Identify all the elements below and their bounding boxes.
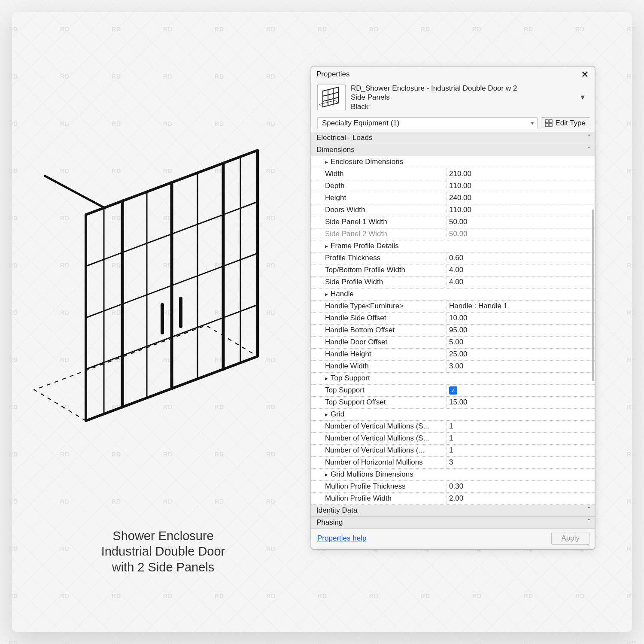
param-label: Handle Height	[311, 349, 447, 360]
svg-rect-19	[545, 124, 548, 127]
chevron-down-icon[interactable]: ▼	[577, 94, 589, 101]
section-header[interactable]: Dimensions ˆ	[311, 144, 595, 156]
param-value[interactable]: 0.60	[447, 252, 595, 264]
group-label: Grid Mullions Dimensions	[311, 469, 595, 480]
param-label: Width	[311, 168, 447, 180]
param-label: Number of Vertical Mullions (S...	[311, 421, 447, 432]
edit-type-button[interactable]: Edit Type	[541, 117, 590, 129]
param-value[interactable]: 110.00	[447, 180, 595, 192]
param-label: Number of Vertical Mullions (S...	[311, 433, 447, 444]
param-label: Handle Side Offset	[311, 313, 447, 324]
svg-line-13	[323, 92, 338, 96]
section-label: Dimensions	[311, 144, 582, 156]
param-row: Width210.00	[311, 168, 595, 180]
param-value[interactable]: 210.00	[447, 168, 595, 180]
param-label: Handle Bottom Offset	[311, 325, 447, 336]
param-value[interactable]: 15.00	[447, 397, 595, 408]
param-value[interactable]: 95.00	[447, 325, 595, 336]
param-value[interactable]: 1	[447, 445, 595, 456]
param-value[interactable]: Handle : Handle 1	[447, 301, 595, 312]
type-thumbnail	[317, 85, 346, 110]
type-selector[interactable]: RD_Shower Enclosure - Industrial Double …	[311, 81, 595, 115]
param-row: Handle Side Offset10.00	[311, 313, 595, 325]
param-row: Handle Type<Furniture>Handle : Handle 1	[311, 301, 595, 313]
param-row: Side Panel 1 Width50.00	[311, 216, 595, 228]
section-label: Electrical - Loads	[311, 132, 582, 144]
type-variant: Black	[351, 102, 571, 111]
param-value[interactable]: 110.00	[447, 204, 595, 216]
param-label: Top Support Offset	[311, 397, 447, 408]
filter-value: Specialty Equipment (1)	[322, 119, 399, 128]
param-value[interactable]: 240.00	[447, 192, 595, 204]
properties-help-link[interactable]: Properties help	[317, 534, 366, 543]
svg-rect-18	[549, 120, 552, 123]
close-icon[interactable]: ✕	[580, 69, 590, 79]
section-label: Phasing	[311, 517, 582, 529]
param-label: Handle Width	[311, 361, 447, 372]
param-label: Doors Width	[311, 204, 447, 216]
svg-line-12	[45, 176, 105, 208]
svg-line-14	[323, 97, 338, 101]
param-value[interactable]: 25.00	[447, 349, 595, 360]
group-label: Grid	[311, 409, 595, 420]
group-row[interactable]: Handle	[311, 289, 595, 301]
param-label: Top/Bottom Profile Width	[311, 264, 447, 276]
section-header[interactable]: Electrical - Loads ˇ	[311, 132, 595, 144]
group-row[interactable]: Top Support	[311, 373, 595, 385]
type-name: RD_Shower Enclosure - Industrial Double …	[351, 84, 571, 93]
param-value[interactable]: 3	[447, 457, 595, 468]
param-label: Mullion Profile Thickness	[311, 481, 447, 492]
group-label: Handle	[311, 289, 595, 300]
param-label: Side Panel 1 Width	[311, 216, 447, 228]
chevron-down-icon: ▾	[531, 120, 534, 126]
param-value[interactable]: 50.00	[447, 228, 595, 240]
group-row[interactable]: Enclosure Dimensions	[311, 156, 595, 168]
param-value[interactable]: 2.00	[447, 493, 595, 504]
group-label: Frame Profile Details	[311, 240, 595, 252]
param-value[interactable]: ✓	[447, 385, 595, 396]
group-label: Top Support	[311, 373, 595, 384]
param-label: Number of Vertical Mullions (...	[311, 445, 447, 456]
param-row: Number of Vertical Mullions (S...1	[311, 433, 595, 445]
param-value[interactable]: 0.30	[447, 481, 595, 492]
param-row: Number of Horizontal Mullions3	[311, 457, 595, 469]
param-label: Handle Type<Furniture>	[311, 301, 447, 312]
edit-type-icon	[545, 119, 553, 127]
param-value[interactable]: 1	[447, 421, 595, 432]
param-row: Depth110.00	[311, 180, 595, 192]
checkbox-checked[interactable]: ✓	[449, 386, 457, 395]
filter-dropdown[interactable]: Specialty Equipment (1) ▾	[317, 117, 538, 129]
param-row: Top Support✓	[311, 385, 595, 397]
group-row[interactable]: Grid	[311, 409, 595, 421]
param-value[interactable]: 3.00	[447, 361, 595, 372]
section-header[interactable]: Identity Data ˇ	[311, 505, 595, 517]
param-value[interactable]: 1	[447, 433, 595, 444]
properties-panel: Properties ✕ RD_Shower Enclosure - Indus…	[311, 66, 595, 550]
param-value[interactable]: 5.00	[447, 337, 595, 348]
param-label: Handle Door Offset	[311, 337, 447, 348]
param-row: Doors Width110.00	[311, 204, 595, 216]
section-header[interactable]: Phasing ˇ	[311, 517, 595, 529]
group-label: Enclosure Dimensions	[311, 156, 595, 168]
param-label: Side Profile Width	[311, 276, 447, 288]
param-value[interactable]: 50.00	[447, 216, 595, 228]
param-value[interactable]: 4.00	[447, 276, 595, 288]
svg-rect-17	[545, 120, 548, 123]
param-label: Side Panel 2 Width	[311, 228, 447, 240]
param-row: Side Panel 2 Width50.00	[311, 228, 595, 240]
apply-button[interactable]: Apply	[551, 532, 589, 545]
param-row: Profile Thickness0.60	[311, 252, 595, 264]
param-row: Number of Vertical Mullions (S...1	[311, 421, 595, 433]
group-row[interactable]: Grid Mullions Dimensions	[311, 469, 595, 481]
param-value[interactable]: 4.00	[447, 264, 595, 276]
param-label: Number of Horizontal Mullions	[311, 457, 447, 468]
param-row: Top/Bottom Profile Width4.00	[311, 264, 595, 276]
param-label: Top Support	[311, 385, 447, 396]
param-value[interactable]: 10.00	[447, 313, 595, 324]
scrollbar[interactable]	[590, 132, 595, 529]
group-row[interactable]: Frame Profile Details	[311, 240, 595, 252]
param-row: Handle Bottom Offset95.00	[311, 325, 595, 337]
param-row: Handle Width3.00	[311, 361, 595, 373]
param-row: Number of Vertical Mullions (...1	[311, 445, 595, 457]
param-label: Depth	[311, 180, 447, 192]
